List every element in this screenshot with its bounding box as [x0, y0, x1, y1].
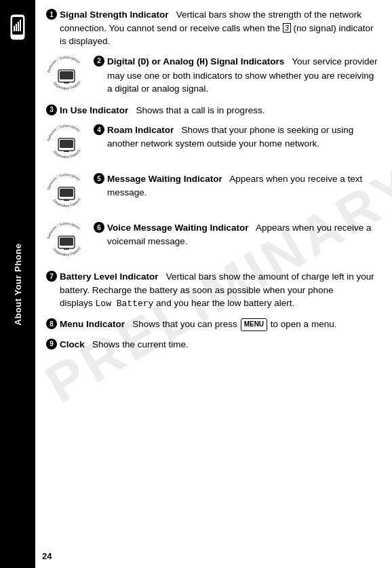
entry-text-5: Message Waiting Indicator Appears when y…	[107, 172, 381, 199]
page-container: About Your Phone PRELIMINARY 1 Signal St…	[0, 0, 392, 568]
entry-text-7: Battery Level Indicator Vertical bars sh…	[60, 270, 381, 311]
entry-badge-7: 7	[46, 271, 57, 282]
entry-body-9: Shows the current time.	[87, 339, 189, 349]
network-badge-6: Network / Subscription Dependent Feature	[46, 221, 88, 263]
svg-rect-19	[60, 189, 73, 197]
network-badge-2: Network / Subscription Dependent Feature	[46, 55, 88, 97]
list-item: Network / Subscription Dependent Feature…	[46, 172, 381, 214]
main-content: PRELIMINARY 1 Signal Strength Indicator …	[35, 0, 392, 568]
list-item: 7 Battery Level Indicator Vertical bars …	[46, 270, 381, 311]
entry-body-3: Shows that a call is in progress.	[131, 105, 264, 115]
sidebar: About Your Phone	[0, 0, 35, 568]
svg-text:Dependent  Feature: Dependent Feature	[53, 246, 81, 257]
entry-body-8a: Shows that you can press	[128, 319, 240, 329]
entry-text-4: Roam Indicator Shows that your phone is …	[107, 124, 381, 150]
sidebar-label: About Your Phone	[13, 243, 23, 325]
entry-title-4: Roam Indicator	[107, 125, 174, 135]
list-item: Network / Subscription Dependent Feature	[46, 55, 381, 97]
list-item: 1 Signal Strength Indicator Vertical bar…	[46, 8, 381, 48]
entry-content-5: 5 Message Waiting Indicator Appears when…	[94, 172, 381, 199]
svg-text:Dependent  Feature: Dependent Feature	[53, 149, 81, 159]
entry-title-1: Signal Strength Indicator	[60, 10, 169, 20]
svg-rect-10	[64, 82, 69, 83]
svg-rect-6	[20, 20, 21, 31]
entry-body-7b: and you hear the low battery alert.	[153, 298, 294, 308]
phone-icon	[7, 14, 28, 45]
entry-badge-5: 5	[94, 173, 104, 184]
svg-rect-24	[60, 238, 73, 246]
entry-body-8b: to open a menu.	[268, 319, 336, 329]
entry-title-6: Voice Message Waiting Indicator	[107, 223, 249, 233]
entry-text-1: Signal Strength Indicator Vertical bars …	[60, 8, 381, 48]
entry-badge-9: 9	[46, 339, 57, 349]
svg-rect-3	[14, 26, 15, 31]
entry-badge-6: 6	[94, 222, 104, 233]
entry-title-3: In Use Indicator	[60, 105, 128, 115]
network-badge-5: Network / Subscription Dependent Feature	[46, 172, 88, 214]
entry-content-2: 2 Digital (D) or Analog (H) Signal Indic…	[94, 55, 381, 96]
list-item: Network / Subscription Dependent Feature…	[46, 124, 381, 166]
entry-text-3: In Use Indicator Shows that a call is in…	[60, 104, 381, 117]
content-inner: 1 Signal Strength Indicator Vertical bar…	[46, 8, 381, 351]
menu-key-icon: MENU	[241, 318, 267, 331]
entry-title-8: Menu Indicator	[60, 319, 125, 329]
entry-badge-2: 2	[94, 56, 104, 67]
network-badge-4: Network / Subscription Dependent Feature	[46, 124, 88, 166]
svg-text:Dependent  Feature: Dependent Feature	[53, 79, 81, 90]
entry-text-8: Menu Indicator Shows that you can press …	[60, 318, 381, 331]
entry-text-9: Clock Shows the current time.	[60, 338, 381, 352]
svg-point-2	[16, 36, 19, 39]
svg-rect-4	[16, 24, 17, 31]
entry-row-inner-6: 6 Voice Message Waiting Indicator Appear…	[94, 221, 381, 248]
svg-rect-14	[60, 140, 73, 148]
svg-rect-5	[18, 22, 19, 31]
entry-badge-4: 4	[94, 124, 104, 135]
entry-content-4: 4 Roam Indicator Shows that your phone i…	[94, 124, 381, 150]
entry-row-inner-5: 5 Message Waiting Indicator Appears when…	[94, 172, 381, 199]
svg-text:Dependent  Feature: Dependent Feature	[53, 197, 81, 208]
entry-badge-3: 3	[46, 105, 57, 115]
entry-badge-1: 1	[46, 9, 57, 20]
svg-rect-20	[64, 200, 69, 201]
entry-title-5: Message Waiting Indicator	[107, 174, 222, 184]
entry-row-inner-2: 2 Digital (D) or Analog (H) Signal Indic…	[94, 55, 381, 96]
entry-code-7: Low Battery	[96, 299, 154, 309]
entry-text-2: Digital (D) or Analog (H) Signal Indicat…	[107, 55, 381, 96]
svg-rect-15	[64, 151, 69, 152]
entry-badge-8: 8	[46, 318, 57, 329]
entry-row-inner-4: 4 Roam Indicator Shows that your phone i…	[94, 124, 381, 150]
entry-text-6: Voice Message Waiting Indicator Appears …	[107, 221, 381, 248]
list-item: 3 In Use Indicator Shows that a call is …	[46, 104, 381, 117]
page-number: 24	[42, 551, 52, 561]
svg-rect-9	[60, 71, 73, 79]
entry-title-2: Digital (D) or Analog (H) Signal Indicat…	[107, 56, 284, 67]
svg-rect-25	[64, 248, 69, 250]
entry-content-6: 6 Voice Message Waiting Indicator Appear…	[94, 221, 381, 248]
list-item: Network / Subscription Dependent Feature…	[46, 221, 381, 263]
signal-no-icon: 3	[283, 23, 291, 33]
entry-title-7: Battery Level Indicator	[60, 271, 159, 282]
entry-title-9: Clock	[60, 339, 85, 349]
list-item: 8 Menu Indicator Shows that you can pres…	[46, 318, 381, 331]
list-item: 9 Clock Shows the current time.	[46, 338, 381, 352]
